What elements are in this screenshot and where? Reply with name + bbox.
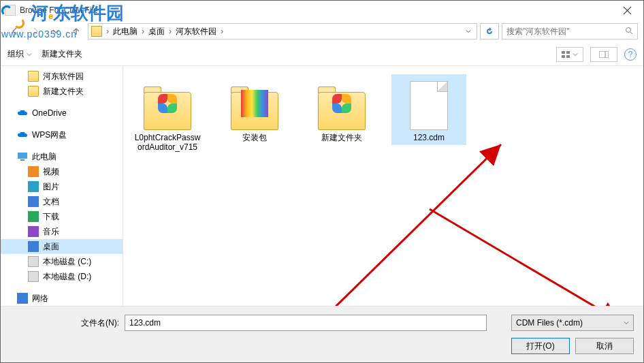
list-item[interactable]: 安装包 bbox=[217, 74, 292, 145]
organize-button[interactable]: 组织 bbox=[7, 48, 32, 60]
nav-up-button[interactable] bbox=[67, 22, 85, 40]
filetype-select[interactable]: CDM Files (*.cdm) bbox=[511, 315, 634, 331]
sidebar-item-desktop[interactable]: 桌面 bbox=[1, 239, 123, 254]
breadcrumb-separator: › bbox=[167, 27, 173, 36]
open-label: 打开(O) bbox=[526, 341, 554, 352]
sidebar-item-network[interactable]: 网络 bbox=[1, 291, 123, 306]
sidebar-item-onedrive[interactable]: OneDrive bbox=[1, 106, 123, 121]
computer-icon bbox=[17, 151, 28, 162]
sidebar-item-label: OneDrive bbox=[32, 108, 67, 118]
search-icon bbox=[625, 27, 633, 37]
open-button[interactable]: 打开(O) bbox=[511, 338, 570, 354]
sidebar-item-label: 视频 bbox=[43, 166, 59, 178]
network-icon bbox=[17, 293, 28, 304]
filename-label: 文件名(N): bbox=[10, 317, 119, 329]
navigation-row: › 此电脑 › 桌面 › 河东软件园 › bbox=[1, 20, 643, 43]
organize-label: 组织 bbox=[7, 48, 24, 60]
chevron-down-icon bbox=[27, 52, 32, 57]
folder-icon bbox=[91, 26, 102, 37]
sidebar-item-pictures[interactable]: 图片 bbox=[1, 179, 123, 194]
sidebar-item-disk-c[interactable]: 本地磁盘 (C:) bbox=[1, 254, 123, 269]
svg-line-3 bbox=[630, 32, 632, 34]
view-mode-button[interactable] bbox=[556, 47, 583, 62]
view-icon bbox=[562, 51, 571, 58]
chevron-down-icon bbox=[52, 28, 59, 35]
sidebar-item-thispc[interactable]: 此电脑 bbox=[1, 149, 123, 164]
svg-rect-6 bbox=[562, 55, 565, 58]
chevron-down-icon bbox=[573, 52, 578, 57]
nav-forward-button[interactable] bbox=[27, 22, 44, 40]
sidebar-item-label: 文档 bbox=[43, 196, 59, 208]
breadcrumb-separator: › bbox=[140, 27, 146, 36]
folder-thumbnail bbox=[140, 77, 195, 130]
sidebar-item-documents[interactable]: 文档 bbox=[1, 194, 123, 209]
sidebar-item-music[interactable]: 音乐 bbox=[1, 224, 123, 239]
file-list[interactable]: L0phtCrackPasswordAuditor_v715 安装包 新建文件夹… bbox=[123, 66, 643, 306]
sidebar-item-wps[interactable]: WPS网盘 bbox=[1, 127, 123, 142]
cloud-icon bbox=[17, 129, 28, 140]
app-icon bbox=[5, 5, 16, 16]
sidebar-item-label: 图片 bbox=[43, 181, 59, 193]
sidebar-item-label: 本地磁盘 (D:) bbox=[43, 271, 91, 283]
filetype-label: CDM Files (*.cdm) bbox=[516, 318, 583, 328]
pane-icon bbox=[599, 51, 609, 58]
chevron-down-icon bbox=[466, 29, 471, 34]
disk-icon bbox=[28, 271, 39, 282]
breadcrumb[interactable]: › 此电脑 › 桌面 › 河东软件园 › bbox=[88, 23, 477, 40]
download-icon bbox=[28, 211, 39, 222]
video-icon bbox=[28, 166, 39, 177]
arrow-left-icon bbox=[10, 27, 20, 36]
svg-rect-5 bbox=[566, 51, 570, 54]
annotation-arrow bbox=[327, 138, 532, 306]
breadcrumb-part[interactable]: 桌面 bbox=[146, 26, 167, 37]
help-button[interactable]: ? bbox=[624, 48, 637, 61]
close-button[interactable] bbox=[612, 1, 642, 19]
item-label: 123.cdm bbox=[413, 133, 445, 142]
list-item[interactable]: 新建文件夹 bbox=[304, 74, 379, 145]
list-item[interactable]: L0phtCrackPasswordAuditor_v715 bbox=[130, 74, 205, 155]
folder-thumbnail bbox=[315, 77, 369, 130]
breadcrumb-root[interactable]: 此电脑 bbox=[110, 26, 140, 37]
sidebar-item-disk-d[interactable]: 本地磁盘 (D:) bbox=[1, 269, 123, 284]
svg-point-2 bbox=[626, 27, 631, 32]
refresh-button[interactable] bbox=[480, 23, 499, 40]
breadcrumb-separator: › bbox=[105, 27, 110, 36]
sidebar-item-folder[interactable]: 河东软件园 bbox=[1, 69, 123, 84]
folder-thumbnail bbox=[227, 77, 282, 130]
new-folder-label: 新建文件夹 bbox=[42, 48, 82, 60]
breadcrumb-part[interactable]: 河东软件园 bbox=[173, 26, 219, 37]
item-label: 新建文件夹 bbox=[321, 133, 362, 142]
folder-icon bbox=[28, 71, 39, 82]
new-folder-button[interactable]: 新建文件夹 bbox=[42, 48, 82, 60]
dialog-footer: 文件名(N): CDM Files (*.cdm) 打开(O) 取消 bbox=[1, 306, 643, 362]
sidebar-item-folder[interactable]: 新建文件夹 bbox=[1, 84, 123, 99]
search-box[interactable] bbox=[502, 23, 638, 40]
svg-rect-10 bbox=[18, 153, 27, 159]
sidebar-item-downloads[interactable]: 下载 bbox=[1, 209, 123, 224]
filename-input[interactable] bbox=[125, 315, 487, 331]
sidebar-item-label: 下载 bbox=[43, 211, 59, 223]
arrow-right-icon bbox=[31, 27, 40, 36]
music-icon bbox=[28, 226, 39, 237]
refresh-icon bbox=[485, 27, 494, 35]
cancel-button[interactable]: 取消 bbox=[575, 338, 634, 354]
sidebar-tree[interactable]: 河东软件园 新建文件夹 OneDrive WPS网盘 此电脑 视频 图片 文档 … bbox=[1, 66, 123, 306]
sidebar-item-label: WPS网盘 bbox=[32, 129, 67, 141]
sidebar-item-label: 网络 bbox=[32, 293, 48, 304]
titlebar: Browse For CDM File bbox=[1, 1, 643, 20]
svg-rect-11 bbox=[20, 159, 25, 161]
close-icon bbox=[624, 7, 631, 14]
cancel-label: 取消 bbox=[596, 341, 613, 352]
sidebar-item-videos[interactable]: 视频 bbox=[1, 164, 123, 179]
sidebar-item-label: 新建文件夹 bbox=[43, 86, 84, 97]
breadcrumb-dropdown[interactable] bbox=[466, 29, 474, 34]
list-item[interactable]: 123.cdm bbox=[391, 74, 466, 145]
sidebar-item-label: 此电脑 bbox=[32, 151, 57, 163]
nav-back-button[interactable] bbox=[6, 22, 24, 40]
breadcrumb-separator: › bbox=[219, 27, 225, 36]
preview-pane-button[interactable] bbox=[590, 47, 617, 62]
nav-recent-button[interactable] bbox=[47, 22, 65, 40]
search-input[interactable] bbox=[506, 27, 625, 36]
chevron-down-icon bbox=[624, 320, 629, 326]
sidebar-item-label: 本地磁盘 (C:) bbox=[43, 256, 91, 268]
